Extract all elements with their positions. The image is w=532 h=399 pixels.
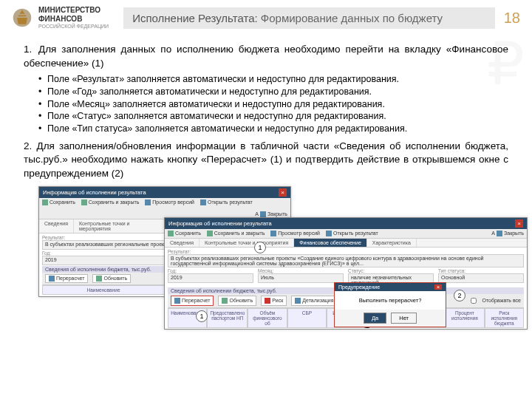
col-name: Наименование	[42, 285, 165, 295]
tab-sved[interactable]: Сведения	[165, 239, 200, 247]
recalc-button[interactable]: Перерасчет	[45, 274, 88, 283]
toolbar: Сохранить Сохранить и закрыть Просмотр в…	[39, 198, 290, 219]
confirm-message: Выполнить перерасчет?	[335, 291, 446, 310]
tab-char[interactable]: Характеристика	[367, 239, 417, 247]
bullet-item: Поле «Месяц» заполняется автоматически и…	[38, 98, 508, 111]
col: Риск исполнения бюджета	[485, 308, 524, 328]
callout-1b: 1	[196, 310, 208, 322]
window-title: Информация об исполнении результата×	[39, 187, 290, 198]
close-icon[interactable]: ×	[434, 284, 442, 290]
bullet-list: Поле «Результат» заполняется автоматичес…	[38, 73, 508, 135]
tabs: Сведения Контрольные точки и мероприятия…	[165, 239, 527, 248]
help-icon[interactable]	[497, 231, 502, 236]
save-button[interactable]: Сохранить	[42, 200, 75, 205]
recalc-button[interactable]: Перерасчет	[171, 296, 214, 306]
show-all-checkbox[interactable]	[471, 298, 477, 304]
type-field: Основной	[438, 273, 524, 283]
step-2: 2. Для заполнения/обновления информации …	[24, 140, 508, 180]
font-button[interactable]: A	[255, 211, 259, 216]
open-result-button[interactable]: Открыть результат	[200, 200, 253, 205]
font-button[interactable]: A	[491, 231, 495, 236]
page-number: 18	[504, 10, 520, 27]
toolbar: Сохранить Сохранить и закрыть Просмотр в…	[165, 229, 527, 239]
screenshot-area: Информация об исполнении результата× Сох…	[38, 186, 508, 334]
close-icon[interactable]: ×	[515, 219, 523, 228]
col: Процент исполнения	[445, 308, 484, 328]
refresh-button[interactable]: Обновить	[218, 296, 256, 306]
close-button[interactable]: Закрыть	[267, 211, 287, 216]
tab-fin[interactable]: Финансовое обеспечение	[294, 239, 367, 247]
save-close-button[interactable]: Сохранить и закрыть	[207, 231, 265, 236]
col: Предоставлено паспортом НП	[207, 308, 248, 328]
emblem-icon	[12, 7, 33, 28]
col: СБР	[287, 308, 327, 328]
save-close-button[interactable]: Сохранить и закрыть	[81, 200, 140, 205]
callout-1: 1	[254, 242, 266, 253]
tab-sved[interactable]: Сведения	[39, 219, 74, 233]
save-button[interactable]: Сохранить	[168, 231, 201, 236]
tab-kt[interactable]: Контрольные точки и мероприятия	[74, 219, 168, 233]
page-title: Исполнение Результата: Формирование данн…	[123, 7, 495, 29]
month-field: Июль	[258, 273, 344, 283]
confirm-title: Предупреждение	[338, 284, 380, 290]
yes-button[interactable]: Да	[364, 313, 386, 324]
result-field: В субъектах реализовавших региональные п…	[168, 254, 524, 267]
close-icon[interactable]: ×	[279, 188, 287, 197]
tab-kt[interactable]: Контрольные точки и мероприятия	[200, 239, 294, 247]
refresh-button[interactable]: Обновить	[92, 274, 131, 283]
callout-2: 2	[454, 290, 466, 301]
open-result-button[interactable]: Открыть результат	[326, 231, 378, 236]
page-header: МИНИСТЕРСТВО ФИНАНСОВ РОССИЙСКОЙ ФЕДЕРАЦ…	[0, 0, 532, 34]
col: Объём финансового об	[248, 308, 287, 328]
no-button[interactable]: Нет	[391, 313, 417, 324]
versions-button[interactable]: Просмотр версий	[270, 231, 320, 236]
confirm-dialog: Предупреждение× Выполнить перерасчет? Да…	[334, 282, 446, 327]
risk-button[interactable]: Риск	[261, 296, 287, 306]
content: 1.Для заполнения данных по исполнению бю…	[0, 34, 532, 333]
bullet-item: Поле «Тип статуса» заполняется автоматич…	[38, 123, 508, 135]
bullet-item: Поле «Статус» заполняется автоматически …	[38, 110, 508, 123]
bullet-item: Поле «Результат» заполняется автоматичес…	[38, 73, 508, 86]
help-icon[interactable]	[260, 211, 266, 217]
ministry-label: МИНИСТЕРСТВО ФИНАНСОВ РОССИЙСКОЙ ФЕДЕРАЦ…	[38, 6, 109, 30]
result-label: Результат:	[168, 249, 524, 254]
year-field: 2019	[168, 273, 253, 283]
bullet-item: Поле «Год» заполняется автоматически и н…	[38, 86, 508, 98]
versions-button[interactable]: Просмотр версий	[145, 200, 194, 205]
close-button[interactable]: Закрыть	[504, 231, 524, 236]
step-1: 1.Для заполнения данных по исполнению бю…	[24, 43, 508, 69]
window-title: Информация об исполнении результата×	[165, 218, 527, 229]
